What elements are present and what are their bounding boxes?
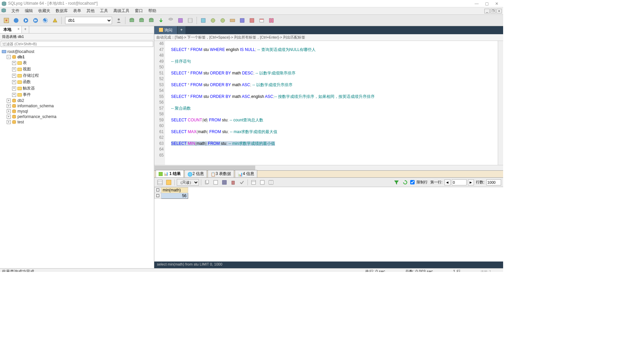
result-tab-3[interactable]: 📋3 表数据 [208, 170, 234, 177]
expand-icon[interactable]: + [12, 67, 16, 71]
tree-root[interactable]: root@localhost [1, 49, 153, 54]
tree-folder[interactable]: +函数 [1, 79, 153, 85]
menu-file[interactable]: 文件 [9, 8, 22, 14]
tree-database[interactable]: +information_schema [1, 103, 153, 109]
result-tab-4[interactable]: 📊4 信息 [235, 170, 257, 177]
form-view-button[interactable] [165, 179, 172, 186]
connection-tab[interactable]: 本地 × [0, 26, 22, 33]
limit-checkbox[interactable] [410, 180, 415, 184]
tb-btn-13[interactable] [248, 16, 256, 25]
tree-folder[interactable]: +表 [1, 60, 153, 66]
new-connection-button[interactable]: + [2, 16, 11, 25]
query-tab[interactable]: 询问 [154, 26, 177, 34]
editor-scrollbar[interactable] [498, 41, 503, 165]
tb-btn-10[interactable] [218, 16, 227, 25]
rows-input[interactable] [486, 179, 501, 185]
rtb-view3-button[interactable] [267, 179, 275, 186]
menu-window[interactable]: 窗口 [132, 8, 146, 14]
tb-btn-3[interactable] [147, 16, 156, 25]
new-query-button[interactable] [12, 16, 20, 25]
maximize-button[interactable]: ▢ [482, 1, 492, 6]
menu-edit[interactable]: 编辑 [22, 8, 36, 14]
grid-view-button[interactable] [156, 179, 164, 186]
tb-btn-5[interactable] [166, 16, 175, 25]
expand-icon[interactable]: + [7, 109, 11, 113]
tb-btn-6[interactable] [176, 16, 185, 25]
tb-btn-4[interactable] [157, 16, 165, 25]
menu-table[interactable]: 表单 [70, 8, 84, 14]
refresh-button[interactable] [41, 16, 50, 25]
menu-other[interactable]: 其他 [84, 8, 97, 14]
editor-hscrollbar[interactable] [154, 165, 503, 170]
edit-mode-select[interactable]: （只读） [177, 179, 199, 186]
tb-btn-15[interactable] [267, 16, 276, 25]
expand-icon[interactable]: + [7, 115, 11, 119]
tree-folder[interactable]: +触发器 [1, 85, 153, 92]
minimize-button[interactable]: — [472, 1, 482, 6]
rtb-delete-button[interactable] [229, 179, 237, 186]
code-area[interactable]: SELECT * FROM stu WHERE english IS NULL;… [165, 41, 498, 165]
expand-icon[interactable]: + [7, 104, 11, 108]
mdi-close-button[interactable]: × [496, 9, 502, 13]
tb-btn-7[interactable] [186, 16, 195, 25]
user-button[interactable] [114, 16, 123, 25]
cell-value[interactable]: 56 [161, 193, 188, 199]
add-connection-button[interactable]: + [22, 26, 29, 33]
row-selector[interactable]: ☐ [155, 193, 161, 199]
table-row[interactable]: ☐56 [155, 193, 188, 199]
result-tab-2[interactable]: 🌐2 信息 [184, 170, 207, 177]
expand-icon[interactable]: + [7, 120, 11, 124]
rtb-view2-button[interactable] [259, 179, 266, 186]
rtb-view1-button[interactable] [250, 179, 257, 186]
system-menu-icon[interactable] [1, 8, 7, 14]
add-query-tab-button[interactable]: + [177, 26, 185, 34]
menu-powertools[interactable]: 高级工具 [111, 8, 132, 14]
execute-all-button[interactable] [31, 16, 40, 25]
rtb-cancel-button[interactable] [238, 179, 246, 186]
mdi-restore-button[interactable]: ❐ [490, 9, 496, 13]
expand-icon[interactable]: + [12, 80, 16, 84]
tree-db1[interactable]: − db1 [1, 54, 153, 60]
rtb-save-button[interactable] [221, 179, 228, 186]
tree-database[interactable]: +performance_schema [1, 114, 153, 119]
expand-icon[interactable]: + [12, 74, 16, 78]
tree-folder[interactable]: +存储过程 [1, 72, 153, 79]
collapse-icon[interactable]: − [7, 55, 11, 59]
menu-database[interactable]: 数据库 [53, 8, 70, 14]
schema-tree[interactable]: root@localhost − db1 +表+视图+存储过程+函数+触发器+事… [0, 48, 154, 268]
filter-icon[interactable] [393, 179, 400, 186]
tb-btn-14[interactable] [257, 16, 266, 25]
next-page-button[interactable]: ▶ [468, 179, 474, 185]
expand-icon[interactable]: + [12, 86, 16, 91]
rtb-copy-button[interactable] [203, 179, 211, 186]
sql-editor[interactable]: 4647484950515253545556575859606162636465… [154, 41, 503, 165]
menu-tools[interactable]: 工具 [97, 8, 111, 14]
menu-favorites[interactable]: 收藏夹 [36, 8, 53, 14]
expand-icon[interactable]: + [12, 61, 16, 65]
refresh-result-button[interactable] [401, 179, 409, 186]
tree-database[interactable]: +mysql [1, 109, 153, 114]
filter-input[interactable] [1, 41, 153, 47]
tb-btn-9[interactable] [209, 16, 217, 25]
tb-btn-11[interactable] [228, 16, 237, 25]
database-selector[interactable]: db1 [65, 17, 112, 24]
expand-icon[interactable]: + [12, 93, 16, 97]
stop-button[interactable] [51, 16, 59, 25]
prev-page-button[interactable]: ◀ [444, 179, 450, 185]
expand-icon[interactable]: + [7, 99, 11, 103]
close-button[interactable]: ✕ [492, 1, 502, 6]
tree-folder[interactable]: +视图 [1, 66, 153, 72]
menu-help[interactable]: 帮助 [146, 8, 159, 14]
tb-btn-2[interactable] [137, 16, 146, 25]
tree-database[interactable]: +db2 [1, 98, 153, 103]
first-row-input[interactable] [452, 179, 467, 185]
tb-btn-12[interactable] [238, 16, 247, 25]
result-tab-1[interactable]: 📊 1 结果 [156, 170, 184, 177]
close-connection-icon[interactable]: × [17, 27, 19, 31]
mdi-minimize-button[interactable]: _ [484, 9, 490, 13]
result-grid[interactable]: ☐min(math) ☐56 [154, 187, 503, 262]
tb-btn-8[interactable] [199, 16, 208, 25]
execute-button[interactable] [21, 16, 30, 25]
rtb-dup-button[interactable] [212, 179, 219, 186]
column-header[interactable]: min(math) [161, 187, 188, 193]
